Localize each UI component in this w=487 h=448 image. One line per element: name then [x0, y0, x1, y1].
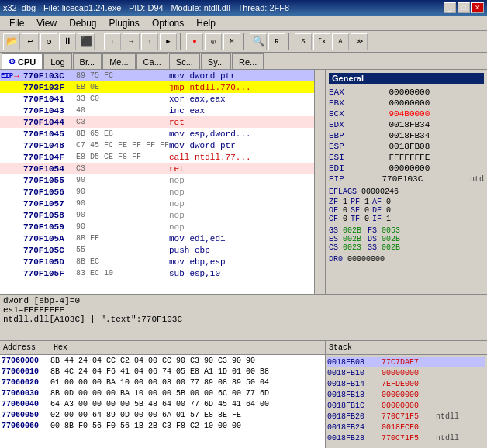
reg-value[interactable]: 904B0000 [389, 109, 451, 119]
tab-me[interactable]: Me... [102, 53, 135, 69]
asm-row[interactable]: 770F10458B 65 E8mov esp,dword... [0, 128, 314, 140]
toolbar-sep1 [98, 33, 101, 50]
reg-value[interactable]: 00000000 [389, 98, 451, 108]
mem-row-hex: 01 00 00 00 BA 10 00 00 08 00 77 89 08 8… [50, 378, 325, 387]
memory-row[interactable]: 7706002001 00 00 00 BA 10 00 00 08 00 77… [0, 377, 325, 388]
stack-row[interactable]: 0018FB147EFDE000 [327, 378, 485, 389]
flag-pf: PF 1 [351, 198, 369, 206]
asm-row[interactable]: 770F103FEB 0Ejmp ntdll.770... [0, 81, 314, 93]
asm-hex: 89 75 FC [76, 71, 169, 80]
stack-header-label: Stack [329, 343, 352, 352]
asm-address: 770F105D [23, 257, 76, 267]
memory-row[interactable]: 7706006000 8B F0 56 F0 56 1B 2B C3 F8 C2… [0, 420, 325, 431]
memory-row[interactable]: 770600308B 0D 00 00 00 BA 10 00 00 5B 00… [0, 388, 325, 398]
tab-sc[interactable]: Sc... [169, 53, 200, 69]
toolbar-step-into[interactable]: ↓ [104, 33, 121, 50]
reg-value[interactable]: 00000000 [389, 88, 451, 97]
toolbar-back[interactable]: ↩ [22, 33, 39, 50]
asm-instruction: push ebp [169, 246, 314, 255]
maximize-button[interactable]: □ [458, 2, 470, 13]
toolbar-s3[interactable]: A [332, 33, 349, 50]
asm-hex: 40 [76, 106, 169, 115]
window-controls[interactable]: _ □ ✕ [444, 2, 484, 13]
asm-hex: E8 D5 CE F8 FF [76, 153, 169, 161]
toolbar-stop[interactable]: ⬛ [78, 33, 95, 50]
flag-cf: CF 0 [329, 215, 347, 223]
asm-row[interactable]: 770F105690nop [0, 186, 314, 198]
tab-cpu[interactable]: ⚙ CPU [2, 53, 43, 69]
asm-row[interactable]: 770F104340inc eax [0, 105, 314, 116]
asm-row[interactable]: 770F104FE8 D5 CE F8 FFcall ntdll.77... [0, 151, 314, 163]
asm-row[interactable]: 770F105990nop [0, 221, 314, 233]
reg-value[interactable]: 770F103C [382, 174, 444, 184]
asm-row[interactable]: 770F105A8B FFmov edi,edi [0, 233, 314, 244]
register-row: ECX904B0000 [329, 109, 484, 119]
toolbar-find[interactable]: 🔍 [250, 33, 267, 50]
tab-ca[interactable]: Ca... [136, 53, 168, 69]
stack-row[interactable]: 0018FB1000000000 [327, 367, 485, 378]
toolbar-s2[interactable]: fx [313, 33, 330, 50]
toolbar-bp2[interactable]: ◎ [205, 33, 222, 50]
toolbar-restart[interactable]: ↺ [40, 33, 57, 50]
asm-instruction: mov esp,dword... [169, 129, 314, 139]
toolbar-s4[interactable]: ≫ [351, 33, 368, 50]
minimize-button[interactable]: _ [444, 2, 456, 13]
segments-row2: ES 002B DS 002B [329, 235, 484, 243]
toolbar-s1[interactable]: S [295, 33, 312, 50]
memory-content: 770600008B 44 24 04 CC C2 04 00 CC 90 C3… [0, 355, 325, 448]
stack-row[interactable]: 0018FB0877C7DAE7 [327, 357, 485, 367]
toolbar-open[interactable]: 📂 [3, 33, 20, 50]
menu-help[interactable]: Help [190, 17, 222, 29]
toolbar-ref[interactable]: R [268, 33, 285, 50]
close-button[interactable]: ✕ [471, 2, 484, 13]
asm-row[interactable]: 770F104133 C0xor eax,eax [0, 93, 314, 105]
stack-row[interactable]: 0018FB240018FCF0 [327, 422, 485, 432]
asm-address: 770F105A [23, 234, 76, 243]
memory-row[interactable]: 770600108B 4C 24 04 F6 41 04 06 74 05 E8… [0, 366, 325, 377]
tab-cpu-icon: ⚙ [9, 57, 16, 66]
tab-re[interactable]: Re... [232, 53, 264, 69]
toolbar-step-over[interactable]: → [123, 33, 140, 50]
memory-row[interactable]: 770600008B 44 24 04 CC C2 04 00 CC 90 C3… [0, 355, 325, 366]
menu-view[interactable]: View [30, 17, 63, 29]
asm-row[interactable]: 770F1054C3ret [0, 163, 314, 174]
asm-row[interactable]: 770F105F83 EC 10sub esp,10 [0, 267, 314, 279]
toolbar-step-out[interactable]: ↑ [141, 33, 158, 50]
stack-row[interactable]: 0018FB1C00000000 [327, 400, 485, 411]
memory-row[interactable]: 7706005002 00 00 64 89 0D 00 00 6A 01 57… [0, 409, 325, 420]
asm-row[interactable]: 770F105890nop [0, 209, 314, 221]
toolbar-bp[interactable]: ● [186, 33, 203, 50]
asm-row[interactable]: 770F1048C7 45 FC FE FF FF FFmov dword pt… [0, 140, 314, 151]
stack-row[interactable]: 0018FB28770C71F5ntdll [327, 432, 485, 443]
menu-file[interactable]: File [3, 17, 30, 29]
stack-row[interactable]: 0018FB20770C71F5ntdll [327, 411, 485, 422]
asm-instruction: mov ebp,esp [169, 257, 314, 267]
stack-row[interactable]: 0018FB1800000000 [327, 389, 485, 400]
asm-row[interactable]: 770F1044C3ret [0, 116, 314, 128]
tab-log[interactable]: Log [43, 53, 71, 69]
asm-row[interactable]: 770F105C55push ebp [0, 244, 314, 256]
reg-value[interactable]: 0018FB34 [389, 120, 451, 129]
register-rows: EAX00000000EBX00000000ECX904B0000EDX0018… [329, 87, 484, 184]
menu-plugins[interactable]: Plugins [103, 17, 146, 29]
asm-row[interactable]: 770F105590nop [0, 174, 314, 186]
reg-value[interactable]: 0018FB08 [389, 142, 451, 151]
stack-row-val: 00000000 [382, 401, 436, 410]
toolbar-mem[interactable]: M [223, 33, 240, 50]
asm-row[interactable]: 770F105790nop [0, 198, 314, 209]
reg-value[interactable]: FFFFFFFE [389, 153, 451, 162]
toolbar-pause[interactable]: ⏸ [59, 33, 76, 50]
stack-content: 0018FB0877C7DAE70018FB10000000000018FB14… [326, 355, 487, 448]
asm-row[interactable]: 770F105D8B ECmov ebp,esp [0, 256, 314, 267]
menu-debug[interactable]: Debug [63, 17, 102, 29]
reg-value[interactable]: 00000000 [389, 164, 451, 173]
memory-row[interactable]: 7706004064 A3 00 00 00 00 5B 48 64 00 77… [0, 398, 325, 409]
stack-row-val: 770C71F5 [382, 412, 436, 421]
toolbar-run-to[interactable]: ▶ [160, 33, 177, 50]
tab-br[interactable]: Br... [73, 53, 102, 69]
asm-row[interactable]: EIP→770F103C89 75 FCmov dword ptr [0, 70, 314, 81]
asm-scrollbar[interactable] [314, 70, 325, 294]
tab-sy[interactable]: Sy... [201, 53, 231, 69]
reg-value[interactable]: 0018FB34 [389, 131, 451, 140]
menu-options[interactable]: Options [146, 17, 190, 29]
